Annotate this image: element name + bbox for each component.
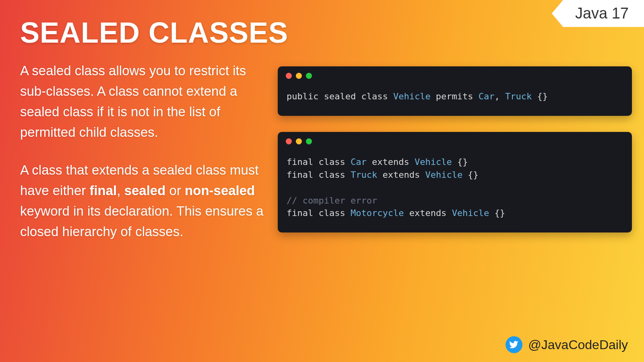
- left-column: A sealed class allows you to restrict it…: [20, 60, 278, 259]
- c2-l2a: final class: [287, 170, 351, 180]
- c2-l4a: final class: [287, 208, 351, 218]
- c2-comment: // compiler error: [287, 195, 377, 206]
- close-icon: [286, 138, 292, 144]
- maximize-icon: [306, 73, 312, 79]
- c2-l1c: extends: [367, 157, 415, 167]
- code-2: final class Car extends Vehicle {} final…: [278, 144, 632, 232]
- kw-final: final: [89, 183, 117, 198]
- c2-l2b: Truck: [351, 170, 377, 180]
- content-columns: A sealed class allows you to restrict it…: [20, 60, 644, 259]
- minimize-icon: [296, 138, 302, 144]
- c2-l1d: Vehicle: [415, 157, 452, 167]
- paragraph-1: A sealed class allows you to restrict it…: [20, 60, 266, 143]
- c2-l1b: Car: [351, 157, 367, 167]
- c2-l4b: Motorcycle: [351, 208, 404, 218]
- c2-l2e: {}: [462, 170, 479, 180]
- maximize-icon: [306, 138, 312, 144]
- c1-t3: ,: [495, 91, 506, 101]
- footer: @JavaCodeDaily: [506, 336, 628, 353]
- window-controls: [278, 132, 632, 144]
- p2-sep1: ,: [117, 183, 124, 198]
- c2-l1a: final class: [287, 157, 351, 167]
- c2-l2c: extends: [377, 170, 425, 180]
- kw-nonsealed: non-sealed: [185, 183, 255, 198]
- p2-sep2: or: [165, 183, 185, 198]
- c2-l4e: {}: [489, 208, 505, 218]
- c1-t2: permits: [431, 91, 479, 101]
- c1-cls1: Vehicle: [393, 91, 431, 101]
- window-controls: [278, 66, 632, 79]
- code-block-1: public sealed class Vehicle permits Car,…: [278, 66, 632, 116]
- p2-post: keyword in its declaration. This ensures…: [20, 204, 264, 239]
- close-icon: [286, 73, 292, 79]
- c2-l1e: {}: [452, 157, 468, 167]
- kw-sealed: sealed: [124, 183, 166, 198]
- c2-l4c: extends: [404, 208, 452, 218]
- c2-l4d: Vehicle: [452, 208, 489, 218]
- code-1: public sealed class Vehicle permits Car,…: [278, 79, 632, 116]
- c1-cls3: Truck: [505, 91, 532, 101]
- code-block-2: final class Car extends Vehicle {} final…: [278, 132, 632, 232]
- paragraph-2: A class that extends a sealed class must…: [20, 160, 266, 242]
- c1-t1: public sealed class: [287, 91, 393, 101]
- right-column: public sealed class Vehicle permits Car,…: [278, 60, 644, 249]
- c1-cls2: Car: [479, 91, 495, 101]
- twitter-icon: [506, 336, 522, 353]
- c2-l2d: Vehicle: [425, 170, 462, 180]
- slide: SEALED CLASSES A sealed class allows you…: [0, 0, 644, 362]
- c1-t4: {}: [532, 91, 548, 101]
- page-title: SEALED CLASSES: [20, 16, 644, 49]
- twitter-handle: @JavaCodeDaily: [528, 337, 628, 352]
- minimize-icon: [296, 73, 302, 79]
